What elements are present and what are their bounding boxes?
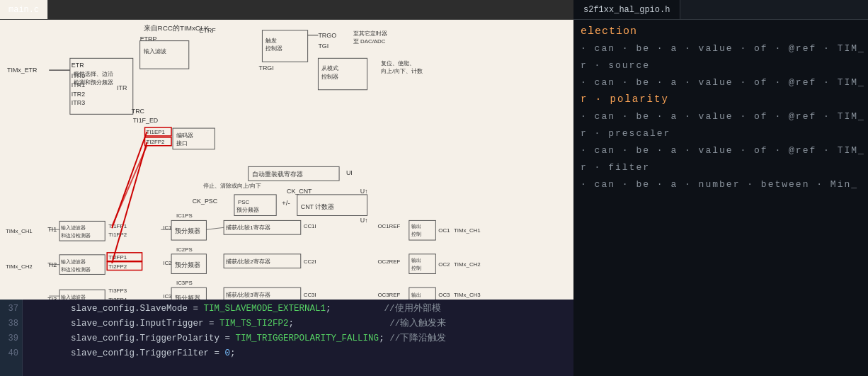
rcode-row-2: r · source [581, 57, 861, 74]
line-num-39: 39 [0, 331, 22, 346]
svg-text:IC3PS: IC3PS [176, 280, 193, 286]
code-semi1: ; [326, 304, 331, 314]
right-section: s2f1xx_hal_gpio.h election · can · be · … [573, 0, 868, 376]
svg-text:输入滤波器: 输入滤波器 [61, 294, 86, 300]
svg-text:至 DAC/ADC: 至 DAC/ADC [353, 38, 386, 45]
svg-text:TRC: TRC [132, 108, 145, 115]
svg-text:IC1: IC1 [163, 224, 171, 231]
rcode-prescaler: r · prescaler [581, 128, 670, 139]
svg-text:TI3: TI3 [47, 296, 57, 300]
svg-text:TIMx_CH2: TIMx_CH2 [6, 263, 33, 270]
right-code-area: election · can · be · a · value · of · @… [573, 20, 868, 376]
svg-text:IC3: IC3 [163, 293, 172, 300]
code-comment2: //输入触发来 [294, 317, 446, 329]
code-val2: TIM_TS_TI2FP2 [219, 319, 289, 329]
rcode-polarity: r · polarity [581, 93, 669, 105]
svg-text:控制器: 控制器 [321, 74, 338, 80]
svg-text:预分频器: 预分频器 [175, 295, 200, 300]
svg-text:控制: 控制 [411, 232, 421, 237]
svg-text:OC3: OC3 [438, 292, 450, 298]
line-num-38: 38 [0, 316, 22, 331]
svg-text:TIMx_CH2: TIMx_CH2 [454, 261, 481, 268]
code-line-numbers: 37 38 39 40 [0, 300, 23, 376]
svg-text:从模式: 从模式 [321, 65, 338, 72]
svg-text:和边沿检测器: 和边沿检测器 [61, 232, 91, 239]
svg-text:ETR: ETR [72, 62, 84, 69]
svg-text:PSC: PSC [238, 199, 250, 205]
svg-text:检测和预分频器: 检测和预分频器 [74, 79, 113, 86]
code-var3: slave_config.TriggerPolarity [71, 334, 219, 343]
code-row-39: slave_config.TriggerPolarity = TIM_TRIGG… [28, 331, 568, 346]
rcode-ref2: · can · be · a · value · of · @ref · TIM… [581, 77, 865, 88]
svg-text:TI2FP1: TI2FP1 [108, 254, 127, 261]
code-semi2: ; [289, 319, 295, 329]
svg-text:TIMx_CH3: TIMx_CH3 [454, 292, 481, 298]
svg-text:TIMx_CH1: TIMx_CH1 [454, 227, 481, 234]
svg-text:TI1F_ED: TI1F_ED [133, 117, 159, 124]
diagram-area: main.c 来自RCC的TIMxCLK TIMx_ETR ETR ETRP [0, 0, 573, 300]
rcode-row-0: election [581, 23, 861, 40]
svg-text:ITR3: ITR3 [72, 99, 85, 106]
svg-text:CC2I: CC2I [304, 258, 316, 265]
right-tab[interactable]: s2f1xx_hal_gpio.h [573, 0, 680, 19]
svg-text:CC3I: CC3I [304, 292, 316, 298]
svg-text:U↑: U↑ [360, 217, 368, 224]
svg-text:输入滤波器: 输入滤波器 [61, 258, 86, 265]
svg-text:CC1I: CC1I [304, 223, 316, 229]
svg-text:编码器: 编码器 [176, 132, 193, 139]
svg-text:CK_PSC: CK_PSC [193, 198, 218, 205]
rcode-number: · can · be · a · number · between · Min_ [581, 179, 858, 190]
rcode-row-7: · can · be · a · value · of · @ref · TIM… [581, 142, 861, 159]
code-indent2 [28, 319, 71, 329]
code-val1: TIM_SLAVEMODE_EXTERNAL1 [204, 304, 326, 314]
left-tab-bar: main.c [0, 0, 573, 20]
svg-text:预分频器: 预分频器 [175, 227, 200, 234]
svg-text:输入滤波: 输入滤波 [144, 48, 166, 55]
svg-text:ITR: ITR [117, 84, 127, 91]
right-tab-bar: s2f1xx_hal_gpio.h [573, 0, 868, 20]
svg-text:自动重装载寄存器: 自动重装载寄存器 [252, 171, 303, 178]
code-row-40: slave_config.TriggerFilter = 0 ; [28, 346, 568, 360]
svg-text:OC1REF: OC1REF [377, 223, 400, 229]
svg-text:预分频器: 预分频器 [236, 207, 259, 213]
svg-text:TI2FP2: TI2FP2 [108, 263, 127, 270]
code-text-area: slave_config.SlaveMode = TIM_SLAVEMODE_E… [23, 300, 573, 376]
code-val3: TIM_TRIGGERPOLARITY_FALLING [236, 334, 379, 343]
main-layout: main.c 来自RCC的TIMxCLK TIMx_ETR ETR ETRP [0, 0, 868, 376]
svg-text:输出: 输出 [411, 258, 421, 263]
svg-text:U↑: U↑ [360, 188, 368, 195]
svg-text:TRGI: TRGI [259, 64, 274, 72]
svg-text:ETRF: ETRF [200, 27, 217, 34]
svg-text:OC2: OC2 [438, 261, 450, 268]
rcode-row-4: r · polarity [581, 91, 861, 108]
svg-text:CK_CNT: CK_CNT [287, 188, 312, 195]
svg-text:向上/向下、计数: 向上/向下、计数 [381, 68, 422, 74]
rcode-election: election [581, 25, 637, 38]
code-semi3: ; [379, 334, 384, 343]
code-var2: slave_config.InputTrigger [71, 319, 204, 329]
code-row-37: slave_config.SlaveMode = TIM_SLAVEMODE_E… [28, 301, 568, 316]
code-eq2: = [204, 319, 220, 329]
code-indent4 [28, 348, 71, 358]
svg-text:捕获/比较2寄存器: 捕获/比较2寄存器 [226, 258, 270, 265]
svg-text:ITR2: ITR2 [72, 91, 85, 98]
diagram-svg: 来自RCC的TIMxCLK TIMx_ETR ETR ETRP ETRF ITR… [0, 20, 573, 300]
svg-text:+/-: +/- [282, 199, 290, 207]
code-semi4: ; [230, 348, 236, 358]
svg-text:TGI: TGI [318, 42, 329, 50]
svg-text:IC2PS: IC2PS [176, 246, 193, 253]
rcode-row-9: · can · be · a · number · between · Min_ [581, 176, 861, 193]
rcode-source: r · source [581, 60, 650, 71]
svg-text:TIMx_CH3: TIMx_CH3 [6, 298, 33, 300]
svg-text:IC1PS: IC1PS [176, 212, 193, 219]
svg-text:输入滤波器: 输入滤波器 [61, 224, 86, 231]
main-c-tab[interactable]: main.c [0, 0, 48, 19]
rcode-row-5: · can · be · a · value · of · @ref · TIM… [581, 108, 861, 125]
svg-text:TI3FP4: TI3FP4 [108, 297, 127, 300]
line-num-40: 40 [0, 346, 22, 360]
svg-text:IC2: IC2 [163, 260, 171, 266]
rcode-ref1: · can · be · a · value · of · @ref · TIM… [581, 43, 865, 54]
svg-text:极性选择、边沿: 极性选择、边沿 [73, 71, 113, 77]
code-row-38: slave_config.InputTrigger = TIM_TS_TI2FP… [28, 316, 568, 331]
svg-text:TI1EP1: TI1EP1 [147, 129, 165, 135]
